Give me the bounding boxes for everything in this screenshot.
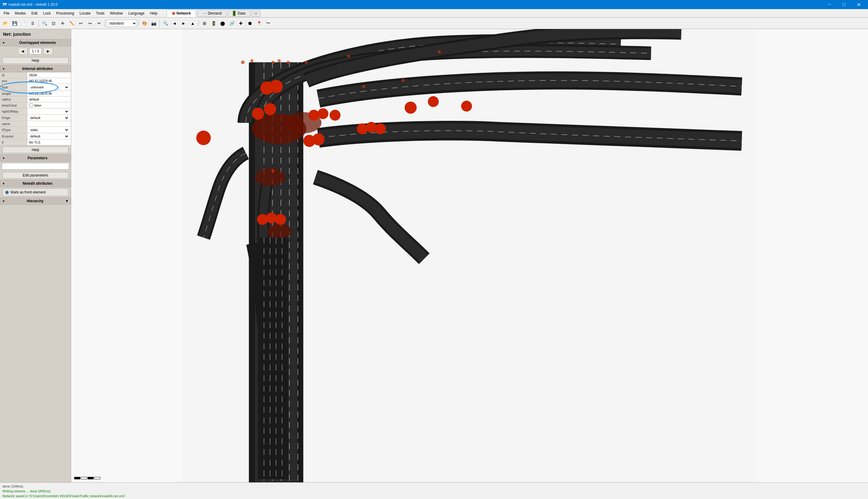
scale-bar bbox=[74, 477, 100, 479]
menu-edit[interactable]: Edit bbox=[29, 10, 40, 16]
keepclear-checkbox[interactable] bbox=[29, 103, 33, 107]
parameters-input[interactable] bbox=[2, 163, 69, 170]
tab-data[interactable]: ▊ Data bbox=[228, 10, 250, 17]
name-input[interactable] bbox=[29, 122, 69, 126]
screenshot-button[interactable]: 📷 bbox=[149, 19, 158, 27]
menu-processing[interactable]: Processing bbox=[53, 10, 76, 16]
attr-value-name bbox=[27, 121, 71, 126]
grid-button[interactable]: ⊞ bbox=[200, 19, 209, 27]
prev-element-button[interactable]: ◄ bbox=[18, 48, 27, 55]
create-edge-button[interactable]: ✏️ bbox=[68, 19, 76, 27]
maximize-button[interactable]: □ bbox=[837, 0, 851, 9]
tab-network[interactable]: ⊕ Network bbox=[167, 10, 196, 17]
svg-point-11 bbox=[241, 61, 245, 64]
pan-left-button[interactable]: ◄ bbox=[170, 19, 179, 27]
attr-row-fringe: fringe default outer inner bbox=[0, 115, 71, 121]
tls-button[interactable]: 🚦 bbox=[209, 19, 218, 27]
svg-point-10 bbox=[267, 224, 291, 239]
status-line-1: done (134ms). bbox=[2, 484, 866, 489]
type-select[interactable]: unknown priority traffic_light right_bef… bbox=[29, 85, 69, 90]
radius-input[interactable] bbox=[29, 97, 69, 101]
data-icon: ▊ bbox=[233, 11, 236, 16]
svg-point-12 bbox=[250, 59, 253, 62]
select-button[interactable]: ⊡ bbox=[49, 19, 58, 27]
edit-parameters-button[interactable]: Edit parameters bbox=[2, 172, 69, 179]
canvas-area[interactable]: .road { stroke: none; } .road-dark { fil… bbox=[71, 29, 868, 482]
next-element-button[interactable]: ► bbox=[43, 48, 53, 55]
internal-attr-header[interactable]: ▼ Internal attributes bbox=[0, 65, 71, 72]
id-input[interactable] bbox=[29, 73, 69, 77]
zoom-fit-button[interactable]: 🔍 bbox=[161, 19, 170, 27]
wire-button[interactable]: 〜 bbox=[264, 19, 273, 27]
poly-button[interactable]: ⬟ bbox=[246, 19, 254, 27]
redo-button[interactable]: ↪ bbox=[86, 19, 94, 27]
parameters-header[interactable]: ▼ Parameters bbox=[0, 155, 71, 162]
save-button[interactable]: 💾 bbox=[10, 19, 19, 27]
attr-row-type: type unknown priority traffic_light righ… bbox=[0, 84, 71, 91]
internal-attr-help-button[interactable]: Help bbox=[2, 147, 69, 153]
attr-value-rightofway: default edgePriority bbox=[27, 108, 71, 114]
hierarchy-header[interactable]: ▼ Hierarchy ▼ bbox=[0, 197, 71, 205]
junction-button[interactable]: ⬤ bbox=[218, 19, 227, 27]
shape-input[interactable] bbox=[29, 92, 69, 95]
tab-demand[interactable]: → Demand bbox=[197, 10, 227, 17]
connection-button[interactable]: 🔗 bbox=[228, 19, 236, 27]
hierarchy-expand-button[interactable]: ▼ bbox=[65, 199, 69, 203]
poi-button[interactable]: 📍 bbox=[255, 19, 263, 27]
open-button[interactable]: 📂 bbox=[1, 19, 10, 27]
attr-label-fringe: fringe bbox=[0, 115, 27, 121]
menu-language[interactable]: Language bbox=[126, 10, 147, 16]
attr-label-name: name bbox=[0, 121, 27, 126]
attr-label-id: id bbox=[0, 72, 27, 78]
move-button[interactable]: ✛ bbox=[59, 19, 67, 27]
menu-lock[interactable]: Lock bbox=[40, 10, 53, 16]
rightofway-select[interactable]: default edgePriority bbox=[29, 109, 69, 113]
pos-input[interactable] bbox=[29, 79, 69, 83]
attr-row-shape: shape bbox=[0, 91, 71, 97]
svg-point-17 bbox=[347, 55, 350, 58]
sumo-button[interactable]: S bbox=[28, 19, 37, 27]
status-text-1: done (134ms). bbox=[2, 485, 24, 488]
status-text-2: Writing network ... done (955ms). bbox=[2, 489, 51, 493]
mark-front-element-button[interactable]: ⬟ Mark as front element bbox=[2, 188, 69, 196]
minimize-button[interactable]: − bbox=[822, 0, 836, 9]
crossing-button[interactable]: ✚ bbox=[237, 19, 245, 27]
parameters-section: ▼ Parameters Edit parameters bbox=[0, 155, 71, 180]
netedit-attributes-section: ▼ Netedit attributes ⬟ Mark as front ele… bbox=[0, 180, 71, 197]
scale-segment-3 bbox=[87, 477, 94, 479]
parameters-label: Parameters bbox=[7, 156, 69, 160]
tl-input[interactable] bbox=[29, 141, 69, 144]
pan-up-button[interactable]: ▲ bbox=[189, 19, 197, 27]
inspect-button[interactable]: 🔍 bbox=[40, 19, 49, 27]
window-mode-btn[interactable]: □ bbox=[252, 10, 260, 17]
demand-icon: → bbox=[202, 11, 207, 16]
menu-help[interactable]: Help bbox=[147, 10, 160, 16]
pan-right-button[interactable]: ► bbox=[179, 19, 188, 27]
attr-row-pos: pos bbox=[0, 78, 71, 84]
svg-point-14 bbox=[278, 59, 280, 62]
menu-file[interactable]: File bbox=[1, 10, 12, 16]
element-counter: 1 / 3 bbox=[29, 48, 41, 54]
attr-value-tllayout: default opposites incoming bbox=[27, 133, 71, 139]
sep4 bbox=[159, 20, 160, 27]
delete-button[interactable]: ✂ bbox=[95, 19, 103, 27]
undo-button[interactable]: ↩ bbox=[77, 19, 85, 27]
view-dropdown[interactable]: standard railwaytrack real world bbox=[107, 20, 137, 27]
netedit-attr-header[interactable]: ▼ Netedit attributes bbox=[0, 180, 71, 187]
menu-modes[interactable]: Modes bbox=[12, 10, 28, 16]
overlapped-help-button[interactable]: Help bbox=[2, 57, 69, 64]
tltype-select[interactable]: static actuated delay_based bbox=[29, 128, 69, 132]
menu-locate[interactable]: Locate bbox=[77, 10, 93, 16]
tllayout-select[interactable]: default opposites incoming bbox=[29, 134, 69, 138]
menu-window[interactable]: Window bbox=[108, 10, 125, 16]
fringe-select[interactable]: default outer inner bbox=[29, 115, 69, 120]
hierarchy-section: ▼ Hierarchy ▼ bbox=[0, 197, 71, 205]
close-button[interactable]: ✕ bbox=[852, 0, 866, 9]
overlapped-header[interactable]: ▼ Overlapped elements bbox=[0, 39, 71, 46]
save-as-button[interactable]: 📄 bbox=[20, 19, 28, 27]
menu-tools[interactable]: Tools bbox=[94, 10, 107, 16]
color-scheme-button[interactable]: 🎨 bbox=[140, 19, 149, 27]
attr-value-id bbox=[27, 72, 71, 78]
network-icon: ⊕ bbox=[172, 11, 176, 16]
junction-2 bbox=[269, 80, 283, 93]
